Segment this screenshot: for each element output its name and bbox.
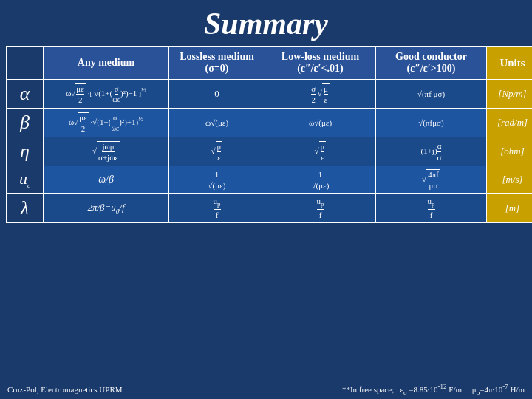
uc-lossless: 1√(με) xyxy=(169,166,265,194)
alpha-any: ω√ με2 ·[ √(1+(σωε)²)−1 ]½ xyxy=(44,80,169,109)
lambda-lossless: upf xyxy=(169,194,265,223)
row-lambda: λ 2π/β=u0/f upf upf xyxy=(7,194,533,223)
beta-goodcond: √(πfμσ) xyxy=(376,109,487,137)
row-beta: β ω√ με2 ·√(1+(σωε)²)+1)½ ω√(με) ω√(με) xyxy=(7,109,533,137)
footer-freespace: **In free space; εo =8.85·10-12 F/m μo=4… xyxy=(342,383,525,396)
symbol-alpha: α xyxy=(7,80,44,109)
col-header-units: Units xyxy=(487,47,533,80)
summary-table: Any medium Lossless medium(σ=0) Low-loss… xyxy=(6,46,532,223)
alpha-units: [Np/m] xyxy=(487,80,533,109)
eta-goodcond: (1+j)ασ xyxy=(376,137,487,166)
page-container: Summary Any medium Lossless medium(σ=0) … xyxy=(0,0,532,399)
uc-any: ω/β xyxy=(44,166,169,194)
title-area: Summary xyxy=(0,0,532,46)
beta-lowloss: ω√(με) xyxy=(265,109,376,137)
col-header-lowloss: Low-loss medium(ε″/ε′<.01) xyxy=(265,47,376,80)
uc-units: [m/s] xyxy=(487,166,533,194)
lambda-units: [m] xyxy=(487,194,533,223)
uc-goodcond: √ 4πfμσ xyxy=(376,166,487,194)
footer-area: Cruz-Pol, Electromagnetics UPRM **In fre… xyxy=(0,380,532,399)
col-header-any-medium: Any medium xyxy=(44,47,169,80)
beta-any: ω√ με2 ·√(1+(σωε)²)+1)½ xyxy=(44,109,169,137)
lambda-any: 2π/β=u0/f xyxy=(44,194,169,223)
symbol-lambda: λ xyxy=(7,194,44,223)
page-title: Summary xyxy=(204,7,328,41)
col-header-goodcond: Good conductor(ε″/ε′>100) xyxy=(376,47,487,80)
uc-lowloss: 1√(με) xyxy=(265,166,376,194)
col-header-lossless: Lossless medium(σ=0) xyxy=(169,47,265,80)
footer-left: Cruz-Pol, Electromagnetics UPRM xyxy=(7,385,123,394)
alpha-goodcond: √(πf μσ) xyxy=(376,80,487,109)
symbol-beta: β xyxy=(7,109,44,137)
col-header-symbol xyxy=(7,47,44,80)
eta-lowloss: √ με xyxy=(265,137,376,166)
table-container: Any medium Lossless medium(σ=0) Low-loss… xyxy=(0,46,532,380)
eta-units: [ohm] xyxy=(487,137,533,166)
symbol-uc: uc xyxy=(7,166,44,194)
alpha-lossless: 0 xyxy=(169,80,265,109)
beta-units: [rad/m] xyxy=(487,109,533,137)
row-alpha: α ω√ με2 ·[ √(1+(σωε)²)−1 ]½ 0 xyxy=(7,80,533,109)
lambda-lowloss: upf xyxy=(265,194,376,223)
alpha-lowloss: σ2 √με xyxy=(265,80,376,109)
lambda-goodcond: upf xyxy=(376,194,487,223)
row-uc: uc ω/β 1√(με) 1√(με) xyxy=(7,166,533,194)
symbol-eta: η xyxy=(7,137,44,166)
eta-lossless: √ με xyxy=(169,137,265,166)
beta-lossless: ω√(με) xyxy=(169,109,265,137)
eta-any: √ jωμσ+jωε xyxy=(44,137,169,166)
row-eta: η √ jωμσ+jωε √ με xyxy=(7,137,533,166)
